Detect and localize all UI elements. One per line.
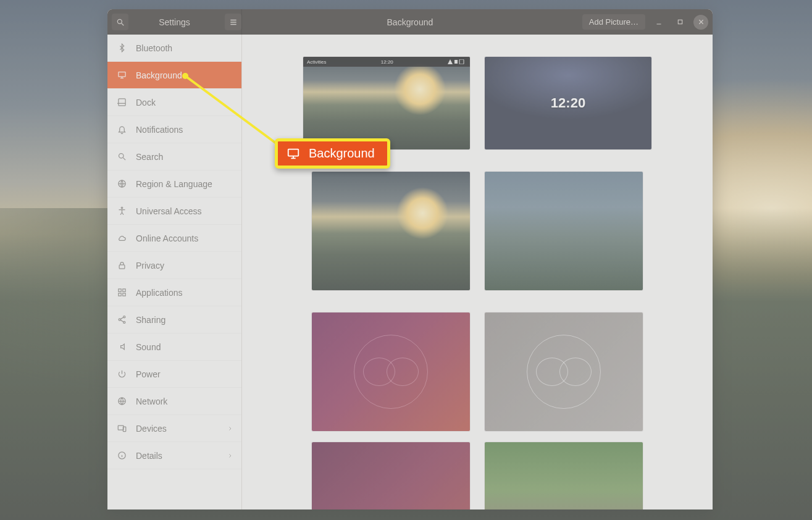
titlebar: Settings Background Add Picture… xyxy=(107,9,713,35)
hamburger-icon xyxy=(229,18,238,27)
sidebar-item-devices[interactable]: Devices xyxy=(107,415,241,442)
titlebar-left: Settings xyxy=(107,14,241,30)
sidebar: BluetoothBackgroundDockNotificationsSear… xyxy=(107,35,242,510)
wallpaper-thumbnail[interactable] xyxy=(312,442,470,510)
page-title: Background xyxy=(242,17,578,27)
sidebar-item-background[interactable]: Background xyxy=(107,62,241,89)
sidebar-item-label: Dock xyxy=(136,98,156,107)
svg-line-15 xyxy=(123,157,125,160)
power-icon xyxy=(116,369,127,379)
search-button[interactable] xyxy=(112,14,128,30)
wallpaper-row xyxy=(312,442,643,510)
sidebar-item-applications[interactable]: Applications xyxy=(107,279,241,306)
dock-icon xyxy=(116,98,127,107)
svg-line-27 xyxy=(120,320,123,322)
chevron-right-icon xyxy=(227,424,233,433)
add-picture-button[interactable]: Add Picture… xyxy=(582,14,645,30)
svg-rect-12 xyxy=(118,99,125,106)
bell-icon xyxy=(116,125,127,134)
sidebar-item-dock[interactable]: Dock xyxy=(107,89,241,116)
window-maximize-button[interactable] xyxy=(672,15,687,30)
window-body: BluetoothBackgroundDockNotificationsSear… xyxy=(107,35,713,510)
svg-point-0 xyxy=(117,19,122,23)
cloud-icon xyxy=(116,233,127,243)
close-icon xyxy=(698,19,705,25)
details-icon xyxy=(116,451,127,460)
wallpaper-thumbnail[interactable] xyxy=(312,172,470,290)
sidebar-item-universal-access[interactable]: Universal Access xyxy=(107,198,241,225)
preview-activities-label: Activities xyxy=(307,59,327,65)
accessibility-icon xyxy=(116,206,127,216)
window-minimize-button[interactable] xyxy=(651,15,666,30)
sidebar-item-label: Power xyxy=(136,369,161,379)
svg-rect-21 xyxy=(118,293,120,296)
minimize-icon xyxy=(655,19,663,26)
sidebar-item-label: Universal Access xyxy=(136,206,202,216)
sidebar-item-label: Online Accounts xyxy=(136,233,198,243)
svg-rect-19 xyxy=(118,289,120,291)
sidebar-item-details[interactable]: Details xyxy=(107,442,241,469)
svg-rect-6 xyxy=(678,20,682,23)
bluetooth-icon xyxy=(116,43,127,52)
wallpaper-row xyxy=(312,301,643,442)
search-icon xyxy=(116,18,125,27)
svg-marker-34 xyxy=(448,59,453,64)
sound-icon xyxy=(116,342,127,351)
titlebar-right: Add Picture… xyxy=(578,14,713,30)
devices-icon xyxy=(116,424,127,433)
sidebar-item-bluetooth[interactable]: Bluetooth xyxy=(107,35,241,62)
sidebar-item-label: Background xyxy=(136,70,182,80)
wallpaper-thumbnail[interactable] xyxy=(312,312,470,431)
svg-rect-9 xyxy=(118,72,125,77)
chevron-right-icon xyxy=(227,451,233,460)
search-icon xyxy=(116,152,127,161)
sidebar-item-sound[interactable]: Sound xyxy=(107,333,241,361)
svg-line-1 xyxy=(121,23,123,25)
wallpaper-thumbnail[interactable] xyxy=(485,172,643,290)
sidebar-item-online-accounts[interactable]: Online Accounts xyxy=(107,225,241,252)
lockscreen-preview[interactable]: 12:20 xyxy=(485,57,651,149)
svg-rect-20 xyxy=(122,289,125,291)
monitor-icon xyxy=(287,147,300,161)
svg-rect-39 xyxy=(288,149,299,156)
svg-rect-22 xyxy=(122,293,125,296)
sidebar-item-label: Network xyxy=(136,396,167,406)
network-icon xyxy=(116,396,127,406)
svg-line-26 xyxy=(120,317,123,319)
settings-window: Settings Background Add Picture… Bluetoo… xyxy=(107,9,713,510)
sidebar-item-label: Details xyxy=(136,451,162,461)
window-close-button[interactable] xyxy=(693,15,708,30)
svg-point-17 xyxy=(121,207,123,209)
svg-rect-35 xyxy=(454,60,458,64)
desktop-preview[interactable]: Activities 12:20 xyxy=(303,57,470,149)
app-menu-button[interactable] xyxy=(225,14,241,30)
globe-icon xyxy=(116,179,127,188)
sidebar-item-sharing[interactable]: Sharing xyxy=(107,306,241,333)
lock-icon xyxy=(116,261,127,270)
share-icon xyxy=(116,315,127,324)
sidebar-item-search[interactable]: Search xyxy=(107,143,241,170)
svg-rect-29 xyxy=(118,426,123,430)
ferret-outline-icon xyxy=(527,335,601,409)
sidebar-item-label: Sharing xyxy=(136,315,165,325)
lockscreen-time: 12:20 xyxy=(551,95,585,111)
maximize-icon xyxy=(677,19,684,25)
sidebar-item-label: Search xyxy=(136,152,163,162)
sidebar-item-privacy[interactable]: Privacy xyxy=(107,252,241,279)
content-area[interactable]: Activities 12:20 12:20 xyxy=(242,35,713,510)
sidebar-item-label: Applications xyxy=(136,288,183,298)
settings-title: Settings xyxy=(128,17,220,27)
wallpaper-thumbnail[interactable] xyxy=(485,442,643,510)
apps-icon xyxy=(116,288,127,297)
monitor-icon xyxy=(116,70,127,80)
sidebar-item-notifications[interactable]: Notifications xyxy=(107,116,241,143)
ferret-outline-icon xyxy=(354,335,428,409)
preview-topbar: Activities 12:20 xyxy=(303,57,470,67)
sidebar-item-power[interactable]: Power xyxy=(107,361,241,388)
sidebar-item-label: Region & Language xyxy=(136,179,212,189)
sidebar-item-label: Privacy xyxy=(136,261,164,270)
sidebar-item-label: Devices xyxy=(136,424,167,434)
sidebar-item-region-language[interactable]: Region & Language xyxy=(107,170,241,198)
sidebar-item-network[interactable]: Network xyxy=(107,388,241,415)
wallpaper-thumbnail[interactable] xyxy=(485,312,643,431)
